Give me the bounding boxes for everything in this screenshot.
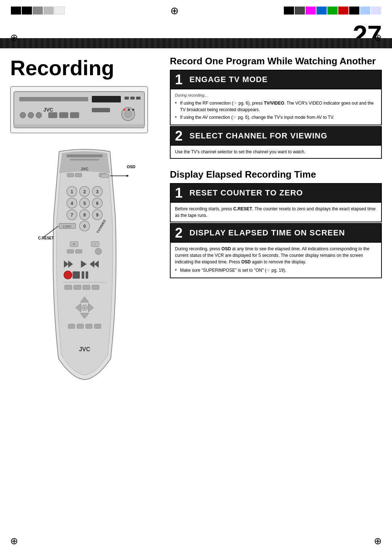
display-elapsed-heading: Display Elapsed Recording Time [170,169,382,180]
svg-rect-74 [92,285,99,290]
svg-rect-69 [86,271,88,279]
display-elapsed-body-text: During recording, press OSD at any time … [175,246,377,265]
section-heading-record: Record One Program While Watching Anothe… [170,56,382,67]
svg-rect-81 [68,324,75,328]
reset-step-title: RESET COUNTER TO ZERO [189,188,303,198]
reg-box-4 [44,7,54,15]
svg-text:JVC: JVC [43,107,53,113]
color-bar-magenta [306,7,316,15]
select-step-title: SELECT CHANNEL FOR VIEWING [189,131,327,141]
black-boxes [11,7,65,15]
right-column: Record One Program While Watching Anothe… [166,48,382,384]
engage-bullet-1: If using the RF connection (☞ pg. 6), pr… [175,100,377,113]
display-elapsed-step-title: DISPLAY ELAPSED TIME ON SCREEN [189,228,345,238]
svg-text:1: 1 [71,189,73,194]
svg-text:+: + [73,242,75,246]
svg-rect-58 [67,250,74,253]
svg-text:5: 5 [83,201,86,206]
engage-bullet-2: If using the AV connection (☞ pg. 6), ch… [175,114,377,121]
remote-svg: JVC 1 2 3 [37,144,132,384]
select-channel-block: 2 SELECT CHANNEL FOR VIEWING Use the TV'… [170,126,382,159]
svg-text:C.RESET: C.RESET [38,236,54,240]
color-bar-green [327,7,338,15]
svg-rect-24 [75,173,82,177]
svg-rect-15 [14,124,144,127]
svg-point-9 [36,112,42,118]
svg-rect-67 [73,271,80,279]
svg-rect-5 [136,97,140,100]
svg-point-66 [64,271,72,279]
reg-box-5 [54,7,65,15]
svg-rect-84 [94,324,101,328]
top-bar: ⊕ [0,0,392,18]
section-heading-title: Record One Program While Watching Anothe… [170,56,382,67]
reg-box-3 [33,7,43,15]
reset-step-num: 1 [175,186,186,200]
crosshair-bottom-left: ⊕ [10,535,18,547]
color-bar-darkgray [295,7,305,15]
svg-rect-2 [92,96,121,102]
svg-rect-16 [92,108,110,112]
reset-body-text: Before recording starts, press C.RESET. … [175,206,377,219]
svg-text:8: 8 [83,213,86,218]
display-elapsed-step-num: 2 [175,226,186,240]
engage-bullets: If using the RF connection (☞ pg. 6), pr… [175,100,377,121]
svg-rect-20 [66,154,103,157]
svg-rect-4 [130,97,135,100]
display-elapsed-time-block: 2 DISPLAY ELAPSED TIME ON SCREEN During … [170,223,382,278]
svg-text:6: 6 [96,201,99,206]
select-body-text: Use the TV's channel selector to set the… [175,149,377,155]
color-bar-blue [317,7,327,15]
svg-text:JVC: JVC [79,346,90,352]
vcr-image: JVC [10,86,148,133]
center-crosshair-top: ⊕ [170,5,179,17]
svg-rect-21 [70,159,99,161]
svg-text:2: 2 [83,189,86,194]
recording-title: Recording [10,56,159,80]
crosshair-top-left: ⊕ [10,32,18,43]
svg-point-19 [132,109,134,111]
svg-text:4: 4 [71,201,73,206]
svg-rect-11 [59,112,68,118]
crosshair-bottom-right: ⊕ [374,535,382,547]
svg-text:9: 9 [96,213,99,218]
svg-point-60 [95,248,102,255]
display-elapsed-section: Display Elapsed Recording Time 1 RESET C… [170,169,382,278]
reset-counter-block: 1 RESET COUNTER TO ZERO Before recording… [170,183,382,222]
svg-rect-72 [74,285,81,290]
svg-rect-12 [70,112,79,118]
svg-point-8 [28,112,34,118]
color-bar-red [338,7,348,15]
svg-rect-83 [86,324,92,328]
svg-point-7 [20,112,26,118]
engage-tv-mode-header: 1 ENGAGE TV MODE [171,70,381,89]
engage-tv-mode-block: 1 ENGAGE TV MODE During recording... If … [170,70,382,125]
engage-step-title: ENGAGE TV MODE [189,75,268,84]
svg-point-17 [123,109,126,111]
svg-rect-68 [82,271,84,279]
svg-text:3: 3 [96,189,99,194]
svg-point-18 [128,109,130,111]
svg-rect-59 [75,250,82,253]
svg-text:C.RST: C.RST [63,225,72,228]
svg-rect-73 [83,285,90,290]
display-elapsed-step-body: During recording, press OSD at any time … [171,242,381,278]
color-bars-right [284,7,381,15]
crosshair-top-right: ⊕ [374,32,382,43]
display-elapsed-time-header: 2 DISPLAY ELAPSED TIME ON SCREEN [171,224,381,242]
svg-rect-1 [19,97,88,101]
svg-rect-23 [67,173,74,177]
engage-step-num: 1 [175,73,186,86]
osd-label: OSD [127,165,135,169]
left-column: Recording JVC [10,48,166,384]
color-bar-black [284,7,294,15]
select-step-num: 2 [175,129,186,143]
remote-image-area: OSD [10,144,159,384]
display-elapsed-heading-container: Display Elapsed Recording Time [170,169,382,180]
select-channel-header: 2 SELECT CHANNEL FOR VIEWING [171,127,381,145]
display-elapsed-bullets: Make sure "SUPERIMPOSE" is set to "ON" (… [175,267,377,274]
color-bar-lightblue [360,7,370,15]
color-bar-lavender [371,7,381,15]
display-elapsed-bullet-1: Make sure "SUPERIMPOSE" is set to "ON" (… [175,267,377,274]
svg-rect-26 [101,174,109,178]
